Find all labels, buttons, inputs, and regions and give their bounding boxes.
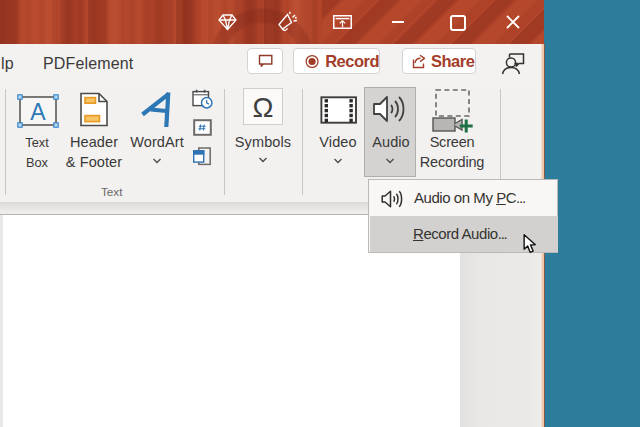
svg-text:A: A	[30, 99, 46, 125]
